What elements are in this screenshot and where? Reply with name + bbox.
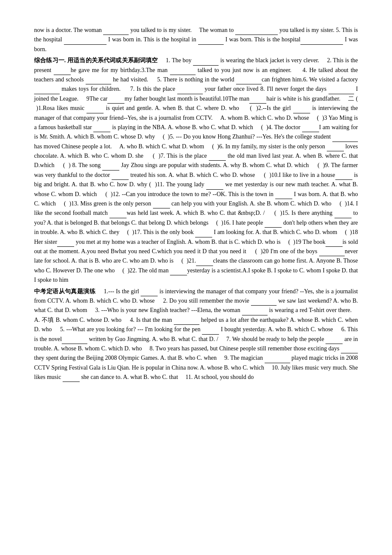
blank-13 bbox=[329, 87, 354, 94]
blank-47 bbox=[63, 375, 80, 382]
blank-39 bbox=[251, 299, 277, 306]
blank-7 bbox=[54, 68, 71, 75]
blank-38 bbox=[141, 289, 158, 296]
blank-16 bbox=[86, 107, 104, 113]
blank-11 bbox=[34, 87, 60, 94]
blank-3 bbox=[64, 38, 107, 45]
blank-21 bbox=[327, 145, 344, 151]
blank-25 bbox=[335, 173, 352, 180]
paragraph-1: now is a doctor. The woman you talked to… bbox=[34, 26, 358, 54]
main-content: now is a doctor. The woman you talked to… bbox=[34, 26, 358, 382]
blank-37 bbox=[170, 269, 187, 275]
blank-43 bbox=[62, 337, 87, 344]
blank-2 bbox=[235, 28, 278, 35]
blank-33 bbox=[57, 240, 74, 247]
blank-19 bbox=[302, 125, 319, 132]
page: now is a doctor. The woman you talked to… bbox=[0, 0, 392, 555]
blank-31 bbox=[265, 221, 282, 228]
paragraph-2: 综合练习一. 用适当的关系代词或关系副词填空 1. The boy is wea… bbox=[34, 56, 358, 285]
blank-4 bbox=[198, 38, 224, 45]
blank-30 bbox=[334, 211, 352, 218]
blank-32 bbox=[195, 231, 212, 237]
blank-28 bbox=[153, 202, 170, 208]
blank-14 bbox=[107, 97, 124, 104]
blank-24 bbox=[112, 173, 129, 180]
blank-41 bbox=[174, 318, 199, 325]
blank-17 bbox=[293, 107, 310, 113]
section-title-1: 综合练习一. 用适当的关系代词或关系副词填空 bbox=[34, 57, 158, 64]
blank-15 bbox=[249, 97, 266, 104]
blank-10 bbox=[236, 78, 262, 84]
blank-23 bbox=[102, 164, 119, 171]
blank-45 bbox=[341, 347, 358, 353]
paragraph-3: 中考定语从句真题演练 1.--- Is the girl is intervie… bbox=[34, 287, 358, 382]
blank-34 bbox=[326, 240, 343, 247]
blank-8 bbox=[170, 68, 196, 75]
blank-9 bbox=[86, 78, 111, 84]
blank-20 bbox=[332, 135, 358, 142]
blank-36 bbox=[196, 259, 213, 266]
blank-1 bbox=[103, 28, 129, 35]
blank-27 bbox=[275, 192, 292, 199]
blank-26 bbox=[206, 183, 223, 190]
blank-6 bbox=[193, 59, 219, 66]
blank-29 bbox=[110, 211, 127, 218]
blank-35 bbox=[319, 249, 345, 256]
blank-44 bbox=[326, 337, 343, 344]
section-title-2: 中考定语从句真题演练 bbox=[34, 288, 95, 295]
blank-40 bbox=[242, 309, 268, 315]
blank-22 bbox=[209, 154, 226, 161]
blank-42 bbox=[202, 328, 219, 335]
blank-18 bbox=[93, 125, 110, 132]
blank-5 bbox=[300, 38, 343, 45]
blank-46 bbox=[265, 356, 290, 363]
blank-12 bbox=[177, 87, 203, 94]
